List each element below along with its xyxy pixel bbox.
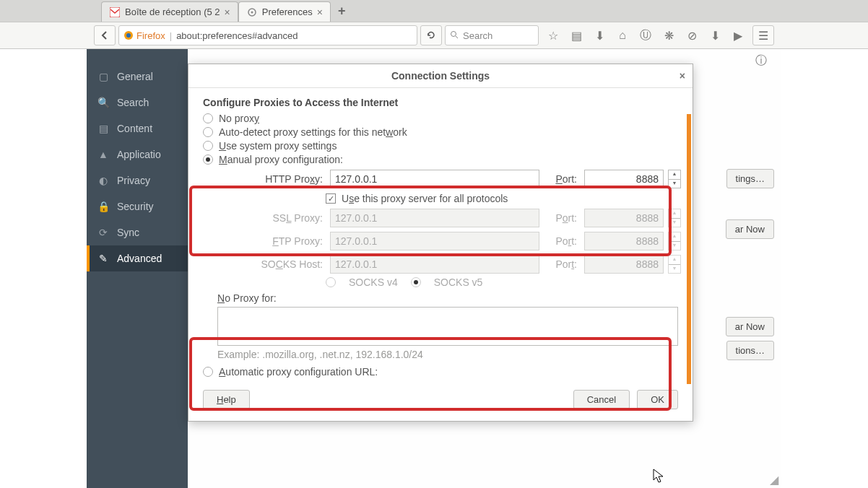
adblock-icon[interactable]: ⊘: [685, 29, 699, 43]
proxy-form: HTTP Proxy: Port: ▲▼: [217, 170, 678, 188]
svg-point-4: [126, 33, 131, 38]
dialog-title: Connection Settings: [391, 70, 490, 82]
bg-settings-button[interactable]: tings…: [726, 169, 774, 188]
prefs-sidebar: ▢General 🔍Search ▤Content ▲Applicatio ◐P…: [87, 49, 188, 488]
radio-no-proxy[interactable]: No proxy: [203, 113, 678, 124]
tab-preferences[interactable]: Preferences ×: [238, 1, 331, 22]
http-proxy-label: HTTP Proxy:: [217, 173, 326, 185]
ublock-icon[interactable]: Ⓤ: [638, 28, 653, 43]
radio-icon: [411, 277, 421, 287]
paw-icon[interactable]: ❋: [661, 29, 676, 43]
socks-host-label: SOCKS Host:: [217, 258, 326, 270]
connection-settings-dialog: Connection Settings × Configure Proxies …: [188, 64, 693, 422]
ok-button[interactable]: OK: [637, 390, 678, 409]
rocket-icon: ▲: [97, 149, 110, 160]
port-spinner[interactable]: ▲▼: [668, 170, 681, 188]
back-button[interactable]: [94, 25, 116, 45]
nav-bar: Firefox | about:preferences#advanced Sea…: [0, 22, 868, 49]
radio-icon[interactable]: [203, 113, 213, 123]
bg-clearnow-button[interactable]: ar Now: [726, 219, 774, 239]
list-icon[interactable]: ▤: [569, 29, 583, 43]
youtube-icon[interactable]: ▶: [731, 29, 745, 43]
tab-label: Boîte de réception (5 2: [125, 6, 220, 17]
url-bar[interactable]: Firefox | about:preferences#advanced: [118, 25, 417, 45]
ssl-proxy-input: [330, 209, 539, 227]
radio-icon[interactable]: [203, 367, 213, 377]
sync-icon: ⟳: [97, 227, 110, 238]
resize-grip-icon[interactable]: ◢: [770, 473, 778, 487]
tab-label: Preferences: [262, 6, 313, 17]
bg-clearnow2-button[interactable]: ar Now: [726, 317, 774, 336]
svg-line-6: [456, 36, 458, 38]
bookmark-icon[interactable]: ☆: [546, 29, 560, 43]
close-icon[interactable]: ×: [680, 70, 685, 82]
download2-icon[interactable]: ⬇: [708, 29, 722, 43]
use-all-protocols-row[interactable]: ✓ Use this proxy server for all protocol…: [326, 193, 678, 204]
chevron-up-icon: ▲: [669, 170, 680, 179]
no-proxy-label: No Proxy for:: [217, 292, 678, 304]
gmail-icon: [109, 6, 121, 18]
svg-rect-0: [110, 7, 120, 17]
mouse-cursor-icon: [653, 469, 666, 484]
sidebar-item-search[interactable]: 🔍Search: [87, 90, 188, 116]
bg-exceptions-button[interactable]: tions…: [726, 341, 774, 360]
port-label: Port:: [544, 258, 580, 270]
close-icon[interactable]: ×: [317, 6, 323, 18]
sidebar-item-security[interactable]: 🔒Security: [87, 193, 188, 219]
svg-point-5: [451, 31, 456, 36]
sidebar-item-sync[interactable]: ⟳Sync: [87, 219, 188, 245]
chevron-down-icon: ▼: [669, 179, 680, 188]
sidebar-item-advanced[interactable]: ✎Advanced: [87, 245, 188, 271]
port-spinner: ▲▼: [668, 232, 681, 250]
checkbox-icon[interactable]: ✓: [326, 193, 336, 204]
no-proxy-textarea[interactable]: [217, 307, 678, 346]
help-button[interactable]: Help: [203, 390, 250, 409]
new-tab-button[interactable]: +: [331, 1, 353, 22]
home-icon[interactable]: ⌂: [615, 29, 630, 42]
sidebar-item-applications[interactable]: ▲Applicatio: [87, 141, 188, 167]
http-port-input[interactable]: [584, 170, 664, 188]
content-icon: ▤: [97, 123, 110, 134]
reload-button[interactable]: [420, 25, 442, 45]
search-bar[interactable]: Search: [445, 25, 539, 45]
cancel-button[interactable]: Cancel: [573, 390, 630, 409]
http-proxy-input[interactable]: [330, 170, 539, 188]
close-icon[interactable]: ×: [225, 6, 230, 18]
general-icon: ▢: [97, 71, 110, 82]
radio-auto-detect[interactable]: Auto-detect proxy settings for this netw…: [203, 126, 678, 138]
menu-button[interactable]: ☰: [752, 25, 774, 45]
mask-icon: ◐: [97, 175, 110, 186]
radio-use-system[interactable]: Use system proxy settings: [203, 140, 678, 152]
sidebar-item-privacy[interactable]: ◐Privacy: [87, 167, 188, 193]
radio-manual[interactable]: Manual proxy configuration:: [203, 154, 678, 165]
radio-auto-url[interactable]: Automatic proxy configuration URL:: [203, 366, 678, 378]
socks-host-input: [330, 255, 539, 274]
port-label: Port:: [544, 212, 580, 224]
ftp-proxy-input: [330, 232, 539, 250]
dialog-title-bar: Connection Settings ×: [188, 64, 693, 88]
socks-port-input: [584, 255, 664, 274]
search-icon: 🔍: [97, 97, 110, 108]
socks-version-row: SOCKS v4 SOCKS v5: [326, 276, 678, 288]
firefox-icon: Firefox: [123, 30, 165, 41]
scroll-indicator[interactable]: [687, 114, 691, 384]
port-spinner: ▲▼: [668, 255, 681, 274]
tab-gmail[interactable]: Boîte de réception (5 2 ×: [101, 1, 238, 22]
port-label: Port:: [544, 173, 580, 185]
tab-bar: Boîte de réception (5 2 × Preferences × …: [0, 0, 868, 22]
sidebar-item-content[interactable]: ▤Content: [87, 116, 188, 141]
port-spinner: ▲▼: [668, 209, 681, 227]
ftp-proxy-label: FTP Proxy:: [217, 235, 326, 247]
radio-icon[interactable]: [203, 141, 213, 151]
toolbar-icons: ☆ ▤ ⬇ ⌂ Ⓤ ❋ ⊘ ⬇ ▶: [542, 28, 750, 43]
gear-icon: [246, 6, 258, 18]
ssl-proxy-label: SSL Proxy:: [217, 212, 326, 224]
port-label: Port:: [544, 235, 580, 247]
lock-icon: 🔒: [97, 201, 110, 212]
search-icon: [450, 30, 459, 41]
sidebar-item-general[interactable]: ▢General: [87, 64, 188, 90]
help-icon[interactable]: ⓘ: [755, 53, 767, 69]
radio-icon[interactable]: [203, 127, 213, 137]
radio-icon[interactable]: [203, 154, 213, 165]
download-icon[interactable]: ⬇: [592, 29, 607, 43]
